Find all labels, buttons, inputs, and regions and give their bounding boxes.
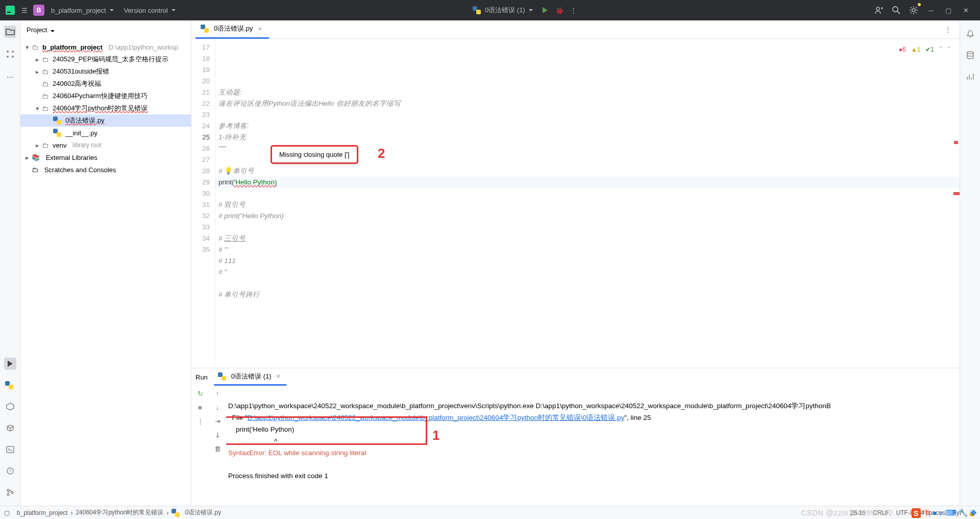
problems-icon[interactable] bbox=[4, 465, 16, 477]
close-icon[interactable]: ✕ bbox=[960, 4, 972, 16]
run-label: Run bbox=[195, 373, 208, 381]
annotation-2: 2 bbox=[378, 146, 385, 161]
debug-button[interactable]: 🐞 bbox=[553, 4, 566, 16]
wrap-icon[interactable]: ⇥ bbox=[215, 417, 220, 425]
warning-count: ▲1 bbox=[911, 44, 921, 55]
python-icon bbox=[218, 372, 226, 381]
more-icon[interactable]: ⋮ bbox=[568, 4, 580, 16]
stop-icon[interactable]: ■ bbox=[198, 404, 202, 411]
project-tree[interactable]: 🗀b_platform_project D:\app1\python_works… bbox=[20, 39, 191, 506]
services-icon[interactable] bbox=[4, 400, 16, 413]
inspection-summary[interactable]: ●6 ▲1 ✔1 ˄˅ bbox=[897, 43, 952, 56]
caret-position[interactable]: 25:15 bbox=[850, 509, 866, 516]
python-console-icon[interactable] bbox=[4, 379, 16, 391]
python-icon bbox=[473, 6, 481, 14]
svg-point-11 bbox=[7, 489, 9, 491]
tree-folder[interactable]: 🗀venv library root bbox=[20, 139, 191, 151]
console-exit: Process finished with exit code 1 bbox=[228, 472, 328, 480]
tab-close-icon[interactable]: × bbox=[256, 25, 264, 33]
titlebar: ☰ B b_platform_project Version control 0… bbox=[0, 0, 980, 20]
project-dropdown[interactable]: b_platform_project bbox=[47, 7, 118, 14]
console-output[interactable]: D:\app1\python_workspace\240522_workspac… bbox=[226, 386, 960, 506]
annotation-box-1 bbox=[226, 416, 427, 445]
tree-folder-open[interactable]: 🗀240604学习python时的常见错误 bbox=[20, 102, 191, 114]
tree-folder[interactable]: 🗀240531outside报错 bbox=[20, 65, 191, 78]
rerun-icon[interactable]: ↻ bbox=[198, 390, 203, 397]
run-tool-icon[interactable] bbox=[4, 358, 16, 370]
editor-tab[interactable]: 0语法错误.py× bbox=[195, 20, 269, 39]
ime-icon[interactable]: S bbox=[912, 508, 921, 518]
svg-rect-0 bbox=[6, 6, 15, 15]
project-sidebar: Project 🗀b_platform_project D:\app1\pyth… bbox=[20, 20, 191, 506]
project-tool-icon[interactable] bbox=[4, 26, 16, 38]
more-tools-icon[interactable]: ⋯ bbox=[4, 70, 16, 83]
left-tool-strip: ⋯ bbox=[0, 20, 20, 506]
structure-tool-icon[interactable] bbox=[4, 48, 16, 60]
sidebar-title[interactable]: Project bbox=[20, 20, 191, 39]
svg-point-2 bbox=[876, 7, 879, 10]
settings-icon[interactable] bbox=[908, 4, 920, 16]
error-stripe[interactable] bbox=[953, 39, 960, 368]
console-error: SyntaxError: EOL while scanning string l… bbox=[228, 449, 366, 457]
tab-menu-icon[interactable]: ⋮ bbox=[937, 26, 960, 33]
svg-point-5 bbox=[7, 51, 9, 53]
python-icon bbox=[172, 509, 180, 517]
vcs-dropdown[interactable]: Version control bbox=[120, 7, 180, 14]
console-cmd: D:\app1\python_workspace\240522_workspac… bbox=[228, 402, 831, 410]
tree-folder[interactable]: 🗀240529_PEP编码规范_太多空格行提示 bbox=[20, 53, 191, 65]
tree-folder[interactable]: 🗀240604Pycharm快捷键使用技巧 bbox=[20, 90, 191, 102]
svg-point-4 bbox=[912, 9, 915, 12]
python-icon bbox=[201, 25, 209, 33]
maximize-icon[interactable]: ▢ bbox=[942, 4, 954, 16]
breadcrumb-toggle[interactable]: ▢ bbox=[4, 509, 10, 516]
run-button[interactable] bbox=[539, 4, 551, 16]
encoding[interactable]: UTF-8 bbox=[896, 509, 914, 516]
terminal-icon[interactable] bbox=[4, 443, 16, 456]
svg-rect-1 bbox=[7, 12, 11, 13]
tree-root[interactable]: 🗀b_platform_project D:\app1\python_works… bbox=[20, 41, 191, 53]
statusbar: ▢ b_platform_project›240604学习python时的常见错… bbox=[0, 506, 980, 519]
svg-point-8 bbox=[12, 56, 14, 58]
error-tooltip: Missing closing quote ['] bbox=[272, 146, 357, 163]
python-icon bbox=[53, 116, 61, 125]
vcs-icon[interactable] bbox=[4, 486, 16, 499]
run-config-dropdown[interactable]: 0语法错误 (1) bbox=[469, 6, 537, 15]
project-badge[interactable]: B bbox=[33, 4, 45, 16]
trash-icon[interactable]: 🗑 bbox=[214, 445, 221, 453]
run-panel: Run 0语法错误 (1)× ↻ ■ ⋮ ↑ ↓ ⇥ ⤓ 🗑 bbox=[191, 368, 960, 506]
down-icon[interactable]: ↓ bbox=[216, 404, 219, 411]
error-count: ●6 bbox=[899, 44, 906, 55]
packages-icon[interactable] bbox=[4, 422, 16, 434]
svg-point-3 bbox=[893, 7, 898, 12]
run-nav-toolbar: ↑ ↓ ⇥ ⤓ 🗑 bbox=[209, 386, 226, 506]
os-tray: S 中● ♪ ⌨ 🔧 ❖ bbox=[912, 508, 977, 518]
svg-point-7 bbox=[7, 56, 9, 58]
notifications-icon[interactable] bbox=[964, 28, 976, 40]
tree-file-selected[interactable]: 0语法错误.py bbox=[20, 114, 191, 127]
line-sep[interactable]: CRLF bbox=[873, 509, 889, 516]
svg-point-13 bbox=[11, 491, 13, 493]
scroll-icon[interactable]: ⤓ bbox=[215, 431, 220, 439]
right-tool-strip bbox=[960, 20, 980, 506]
svg-point-6 bbox=[12, 51, 14, 53]
minimize-icon[interactable]: ─ bbox=[925, 4, 937, 16]
tree-file[interactable]: __init__.py bbox=[20, 127, 191, 139]
tab-close-icon[interactable]: × bbox=[275, 372, 283, 380]
more-icon[interactable]: ⋮ bbox=[197, 417, 204, 425]
run-toolbar: ↻ ■ ⋮ bbox=[191, 386, 209, 506]
code-editor[interactable]: 17181920212223242526272829303132333435 ●… bbox=[191, 39, 960, 368]
app-icon[interactable] bbox=[4, 4, 16, 16]
tree-folder[interactable]: 🗀240602高考祝福 bbox=[20, 78, 191, 90]
add-user-icon[interactable] bbox=[873, 4, 885, 16]
up-icon[interactable]: ↑ bbox=[216, 390, 219, 397]
annotation-1: 1 bbox=[432, 430, 439, 441]
python-icon bbox=[53, 129, 61, 137]
search-icon[interactable] bbox=[890, 4, 902, 16]
breadcrumb[interactable]: b_platform_project›240604学习python时的常见错误›… bbox=[17, 508, 221, 517]
hamburger-icon[interactable]: ☰ bbox=[18, 4, 31, 16]
tree-external[interactable]: 📚 External Libraries bbox=[20, 151, 191, 163]
run-tab[interactable]: 0语法错误 (1)× bbox=[214, 368, 286, 386]
tree-scratches[interactable]: 🗀 Scratches and Consoles bbox=[20, 163, 191, 176]
svg-point-12 bbox=[7, 493, 9, 496]
check-count: ✔1 bbox=[925, 44, 934, 55]
